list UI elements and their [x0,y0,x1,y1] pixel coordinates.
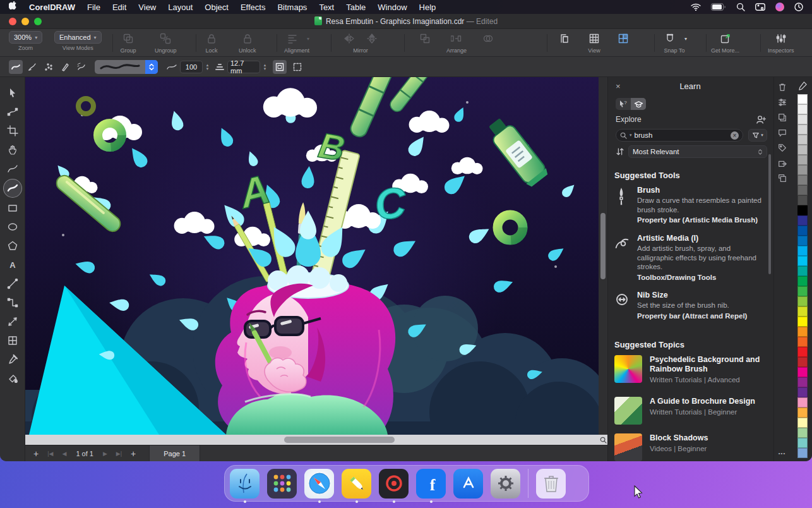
ellipse-tool[interactable] [4,219,21,235]
palette-swatch-EC008C[interactable] [797,367,808,377]
palette-swatch-F49AC1[interactable] [797,397,808,408]
palette-swatch-C9C9C9[interactable] [797,135,808,145]
palette-swatch-00A99D[interactable] [797,266,808,276]
brush-mode-button[interactable] [25,60,39,74]
palette-swatch-D7DF23[interactable] [797,306,808,317]
horizontal-scrollbar-thumb[interactable] [284,437,395,443]
symbols-docker-icon[interactable] [777,173,787,183]
menu-table[interactable]: Table [346,3,366,12]
freehand-tool[interactable] [4,160,21,177]
eyedropper-tool[interactable] [4,351,21,368]
zoom-corner-button[interactable] [599,435,607,445]
palette-swatch-0054A6[interactable] [797,226,808,236]
palette-swatch-999999[interactable] [797,165,808,175]
palette-swatch-00C2F3[interactable] [797,256,808,266]
app-store-dock-icon[interactable] [453,469,483,499]
menu-view[interactable]: View [138,3,156,12]
palette-swatch-00A651[interactable] [797,276,808,286]
palette-swatch-C1272D[interactable] [797,357,808,367]
graph-paper-tool[interactable] [4,332,21,349]
vertical-scrollbar-thumb[interactable] [600,213,606,279]
battery-icon[interactable] [711,3,726,11]
palette-swatch-000000[interactable] [797,205,808,215]
sort-dropdown[interactable]: Most Relevant [628,145,767,158]
calligraphic-mode-button[interactable] [58,60,72,74]
trash-dock-icon[interactable] [536,469,566,499]
menu-help[interactable]: Help [419,3,436,12]
polygon-tool[interactable] [4,238,21,254]
camera-app-dock-icon[interactable] [379,469,409,499]
tool-result-brush[interactable]: Brush Draw a curve that resembles a pain… [614,186,767,224]
palette-swatch-662D91[interactable] [797,387,808,397]
apple-menu[interactable] [9,1,17,13]
last-page-button[interactable]: ▶| [112,451,126,457]
unlock-button[interactable] [239,31,256,46]
chevron-down-icon[interactable]: ▾ [307,36,309,42]
palette-swatch-E3E3E3[interactable] [797,114,808,124]
preset-mode-button[interactable] [9,60,23,74]
stroke-width-value[interactable]: 12.7 mm [227,61,260,73]
panel-scrollbar-thumb[interactable] [768,154,771,274]
zoom-level-dropdown[interactable]: 300% ▾ [9,31,42,44]
menu-object[interactable]: Object [205,3,229,12]
menu-text[interactable]: Text [319,3,334,12]
palette-editor-pencil-icon[interactable] [798,81,808,90]
snap-to-magnet-icon[interactable] [662,31,678,46]
vertical-scrollbar[interactable] [599,77,607,435]
palette-swatch-FFFFFF[interactable] [797,94,808,104]
distribute-button[interactable] [448,31,465,46]
palette-swatch-39B54A[interactable] [797,286,808,296]
alignment-button[interactable] [284,31,301,46]
pixel-view-button[interactable] [615,31,631,46]
text-tool[interactable]: A [4,257,21,273]
menu-bitmaps[interactable]: Bitmaps [277,3,307,12]
view-mode-dropdown[interactable]: Enhanced ▾ [54,31,102,44]
mirror-horizontal-button[interactable] [341,31,357,46]
palette-swatch-8DC63F[interactable] [797,296,808,306]
page-sorter-button[interactable] [557,31,573,46]
palette-swatch-7ACCC8[interactable] [797,438,808,448]
finder-dock-icon[interactable] [230,469,260,499]
palette-swatch-A3D39C[interactable] [797,428,808,438]
trash-docker-icon[interactable] [777,82,787,92]
previous-page-button[interactable]: ◀ [57,451,71,457]
palette-swatch-F26522[interactable] [797,337,808,347]
stroke-preset-dropdown[interactable] [95,60,158,74]
hints-tab[interactable]: ? [616,98,631,110]
properties-docker-icon[interactable] [777,97,787,107]
launchpad-dock-icon[interactable] [267,469,297,499]
menu-app-name[interactable]: CorelDRAW [29,3,75,12]
smoothing-stepper[interactable]: 100 ▲▼ [180,61,211,73]
palette-swatch-666666[interactable] [797,185,808,195]
bezier-tool[interactable] [4,275,21,292]
shape-tool[interactable] [4,104,21,120]
facebook-dock-icon[interactable]: f [416,469,446,499]
dimension-tool[interactable] [4,313,21,330]
topic-brochure[interactable]: A Guide to Brochure Design Written Tutor… [614,397,767,425]
tool-result-artistic-media[interactable]: Artistic Media (I) Add artistic brush, s… [614,234,767,281]
color-styles-docker-icon[interactable] [777,143,787,153]
crop-tool[interactable] [4,123,21,139]
expression-mode-button[interactable] [75,60,88,74]
pencil-app-dock-icon[interactable] [342,469,371,499]
spotlight-search-icon[interactable] [736,3,745,11]
palette-swatch-ED1C24[interactable] [797,347,808,357]
fill-tool[interactable] [4,370,21,387]
comments-docker-icon[interactable] [777,128,787,138]
palette-swatch-FFF200[interactable] [797,317,808,327]
palette-swatch-ABABAB[interactable] [797,155,808,165]
chevron-down-icon[interactable]: ▾ [684,36,687,42]
menu-window[interactable]: Window [378,3,407,12]
connector-tool[interactable] [4,294,21,311]
palette-swatch-00AEEF[interactable] [797,246,808,256]
menu-edit[interactable]: Edit [112,3,126,12]
objects-docker-icon[interactable] [777,112,787,123]
sort-icon[interactable] [616,147,624,156]
share-profile-icon[interactable] [756,115,766,124]
ungroup-button[interactable] [157,31,174,46]
add-page-button-2[interactable]: + [126,449,140,459]
frame-toggle-button[interactable] [290,60,304,74]
canvas-artwork[interactable]: A B C [25,77,599,435]
control-center-icon[interactable] [755,3,765,11]
mirror-vertical-button[interactable] [364,31,380,46]
